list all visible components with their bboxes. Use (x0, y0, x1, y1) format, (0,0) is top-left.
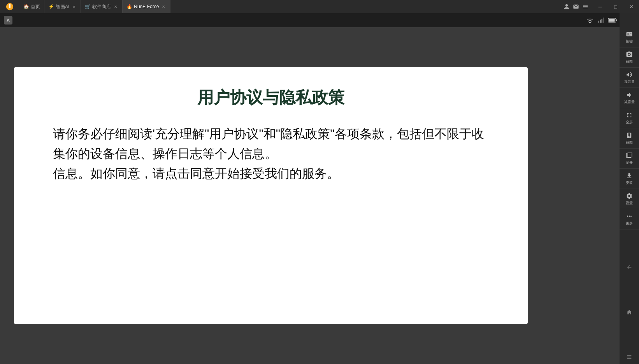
store-icon: 🛒 (85, 4, 90, 9)
sidebar-voldown-btn[interactable]: 减音量 (620, 88, 639, 108)
sys-badge: A (4, 16, 12, 24)
svg-rect-6 (609, 19, 614, 22)
minimize-button[interactable]: ─ (592, 0, 608, 13)
tab-rune-close[interactable]: ✕ (161, 4, 166, 9)
wifi-icon (586, 17, 594, 23)
svg-rect-4 (603, 18, 604, 23)
tab-software-label: 软件商店 (92, 4, 111, 10)
ai-icon: ⚡ (48, 4, 54, 9)
voldown-label: 减音量 (624, 100, 635, 105)
rune-icon: 🔥 (126, 4, 132, 9)
card-body: 请你务必仔细阅读'充分理解"用户协议"和"隐私政策"各项条款，包括但不限于收集你… (53, 124, 489, 184)
signal-icon (598, 17, 604, 23)
fullscreen-label: 全屏 (626, 120, 633, 125)
more-label: 更多 (626, 221, 633, 226)
home-icon: 🏠 (23, 4, 29, 9)
tab-zhihua-close[interactable]: ✕ (71, 4, 77, 9)
sidebar-screenshot-btn[interactable]: 截图 (620, 47, 639, 68)
menu-icon[interactable] (582, 4, 588, 10)
multi-label: 多开 (626, 160, 633, 165)
sidebar-keyboard-btn[interactable]: 按键 (620, 27, 639, 47)
sys-left: A (4, 16, 12, 24)
svg-rect-2 (600, 20, 601, 23)
sidebar-settings-btn[interactable]: 设置 (620, 189, 639, 209)
tab-rune[interactable]: 🔥 RunE Force ✕ (123, 0, 170, 13)
content-card: 用户协议与隐私政策 请你务必仔细阅读'充分理解"用户协议"和"隐私政策"各项条款… (14, 67, 528, 324)
sidebar-capture-btn[interactable]: 截图 (620, 128, 639, 149)
sidebar-more-btn[interactable]: 更多 (620, 209, 639, 229)
svg-rect-1 (599, 21, 600, 23)
tab-software[interactable]: 🛒 软件商店 ✕ (81, 0, 123, 13)
install-label: 安装 (626, 180, 633, 186)
sidebar-volup-btn[interactable]: 加音量 (620, 68, 639, 88)
settings-label: 设置 (626, 201, 633, 206)
card-title: 用户协议与隐私政策 (53, 87, 489, 108)
sidebar-home-arrow[interactable] (620, 305, 639, 319)
sidebar-recent-arrow[interactable] (620, 350, 639, 364)
tab-software-close[interactable]: ✕ (113, 4, 118, 9)
tab-rune-label: RunE Force (134, 4, 159, 9)
battery-icon (608, 18, 617, 23)
title-bar-right (560, 4, 592, 10)
volup-label: 加音量 (624, 79, 635, 84)
tab-home-label: 首页 (31, 4, 40, 10)
card-body-text: 请你务必仔细阅读'充分理解"用户协议"和"隐私政策"各项条款，包括但不限于收集你… (53, 127, 484, 180)
sidebar-fullscreen-btn[interactable]: 全屏 (620, 108, 639, 128)
close-button[interactable]: ✕ (623, 0, 639, 13)
person-icon[interactable] (564, 4, 570, 10)
maximize-button[interactable]: □ (608, 0, 623, 13)
window-controls: ─ □ ✕ (592, 0, 639, 13)
svg-rect-3 (602, 19, 603, 23)
main-area: 用户协议与隐私政策 请你务必仔细阅读'充分理解"用户协议"和"隐私政策"各项条款… (0, 27, 542, 364)
title-bar: 🏠 首页 ⚡ 智画AI ✕ 🛒 软件商店 ✕ 🔥 RunE Force ✕ ─ … (0, 0, 639, 13)
right-sidebar: 按键 截图 加音量 减音量 全屏 截图 多开 安装 设置 更多 (620, 0, 639, 364)
system-bar: A 11:39 (0, 13, 639, 27)
app-logo (0, 0, 19, 13)
keyboard-label: 按键 (626, 39, 633, 44)
sidebar-back-arrow[interactable] (620, 260, 639, 274)
capture-label: 截图 (626, 140, 633, 145)
sidebar-multi-btn[interactable]: 多开 (620, 149, 639, 169)
tab-home[interactable]: 🏠 首页 (19, 0, 44, 13)
screenshot-label: 截图 (626, 59, 633, 64)
tab-zhihua-label: 智画AI (56, 4, 69, 10)
mail-icon[interactable] (573, 4, 579, 10)
sidebar-install-btn[interactable]: 安装 (620, 169, 639, 189)
tab-zhihua[interactable]: ⚡ 智画AI ✕ (44, 0, 81, 13)
title-bar-left: 🏠 首页 ⚡ 智画AI ✕ 🛒 软件商店 ✕ 🔥 RunE Force ✕ (0, 0, 560, 13)
